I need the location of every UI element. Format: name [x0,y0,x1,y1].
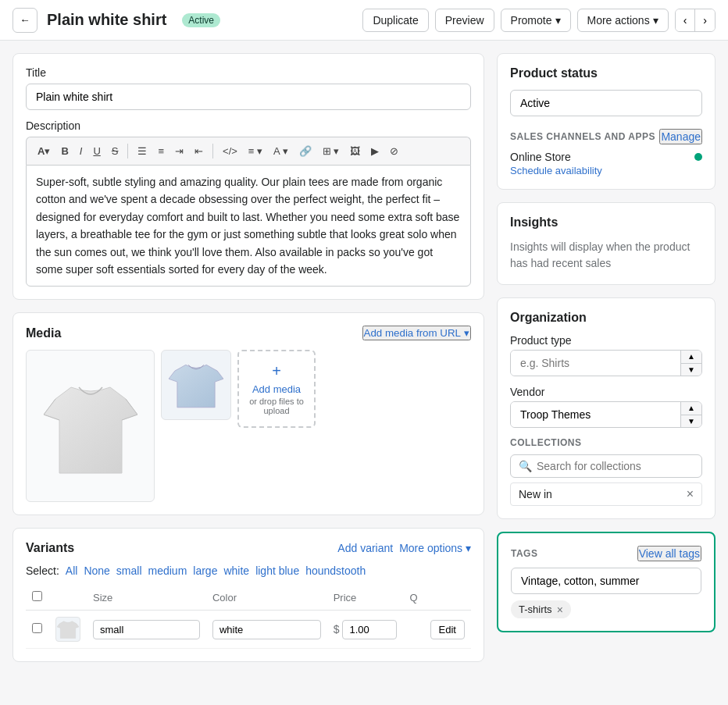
sales-channels-label: SALES CHANNELS AND APPS [510,131,655,142]
chevron-down-icon: ▾ [653,14,658,27]
special-button[interactable]: ⊘ [385,142,403,160]
add-media-url-button[interactable]: Add media from URL ▾ [362,326,471,340]
col-color-header: Color [206,585,327,611]
product-status-card: Product status Active Draft Archived SAL… [497,53,716,190]
search-icon: 🔍 [519,460,532,472]
duplicate-button[interactable]: Duplicate [362,9,428,32]
price-input[interactable] [342,620,397,639]
preview-button[interactable]: Preview [435,9,494,32]
promote-button[interactable]: Promote ▾ [501,9,571,32]
image-button[interactable]: 🖼 [345,142,365,160]
bold-button[interactable]: B [56,142,73,160]
video-button[interactable]: ▶ [366,142,384,160]
remove-collection-button[interactable]: × [687,488,694,500]
variants-table: Size Color Price Q [26,585,471,649]
insights-card: Insights Insights will display when the … [497,202,716,285]
schedule-link[interactable]: Schedule availability [510,165,702,176]
collection-tag: New in × [510,482,702,506]
status-badge: Active [182,13,220,27]
media-grid: + Add media or drop files to upload [26,350,471,502]
title-input[interactable] [26,84,471,110]
more-actions-button[interactable]: More actions ▾ [577,9,669,32]
organization-title: Organization [510,311,702,325]
variants-header: Variants Add variant More options ▾ [26,541,471,555]
page-title: Plain white shirt [47,11,166,29]
filter-medium[interactable]: medium [148,564,187,577]
vendor-field: Vendor ▲ ▼ [510,386,702,428]
collection-tag-label: New in [519,488,552,500]
plus-icon: + [272,362,281,380]
color-button[interactable]: A ▾ [269,142,293,160]
color-input[interactable] [212,620,321,639]
product-type-field: Product type ▲ ▼ [510,334,702,376]
description-editor[interactable]: Super-soft, subtle styling and amazing q… [26,165,471,287]
title-description-card: Title Description A ▾ B I U S ☰ ≡ ⇥ ⇤ </… [12,53,484,300]
nav-prev-button[interactable]: ‹ [676,9,695,31]
outdent-button[interactable]: ⇤ [190,142,208,160]
sales-channels-header: SALES CHANNELS AND APPS Manage [510,129,702,144]
vendor-input[interactable] [511,402,680,427]
edit-variant-button[interactable]: Edit [430,620,465,639]
variants-actions: Add variant More options ▾ [337,542,471,554]
stepper-up[interactable]: ▲ [681,402,701,415]
tag-chip: T-shirts × [511,600,571,618]
stepper-down[interactable]: ▼ [681,415,701,428]
title-label: Title [26,66,471,79]
vendor-wrapper: ▲ ▼ [510,401,702,428]
filter-large[interactable]: large [193,564,217,577]
editor-toolbar: A ▾ B I U S ☰ ≡ ⇥ ⇤ </> ≡ ▾ A ▾ 🔗 ⊞ ▾ 🖼 … [26,137,471,165]
filter-all[interactable]: All [66,564,78,577]
description-label: Description [26,119,471,132]
indent-button[interactable]: ⇥ [170,142,188,160]
filter-houndstooth[interactable]: houndstooth [305,564,366,577]
table-button[interactable]: ⊞ ▾ [318,142,344,160]
add-media-button[interactable]: + Add media or drop files to upload [237,350,316,428]
more-options-button[interactable]: More options ▾ [399,542,471,554]
view-all-tags-button[interactable]: View all tags [637,546,701,561]
insights-title: Insights [510,215,702,230]
filter-white[interactable]: white [223,564,249,577]
nav-next-button[interactable]: › [694,9,715,31]
chevron-down-icon: ▾ [466,542,471,554]
font-button[interactable]: A ▾ [33,142,55,160]
select-all-checkbox[interactable] [32,591,42,601]
manage-button[interactable]: Manage [659,129,702,144]
tag-chip-label: T-shirts [519,604,552,615]
strikethrough-button[interactable]: S [107,142,123,160]
remove-tag-button[interactable]: × [557,604,563,615]
stepper-up[interactable]: ▲ [681,351,701,364]
col-qty-header: Q [403,585,423,611]
filter-light-blue[interactable]: light blue [255,564,299,577]
size-input[interactable] [93,620,200,639]
add-variant-button[interactable]: Add variant [337,542,393,554]
underline-button[interactable]: U [88,142,105,160]
tags-input[interactable] [511,568,701,594]
bullet-list-button[interactable]: ☰ [133,142,152,160]
stepper-down[interactable]: ▼ [681,364,701,376]
align-button[interactable]: ≡ ▾ [244,142,267,160]
shirt-image-sm [169,358,223,412]
product-status-title: Product status [510,66,702,80]
row-select-checkbox[interactable] [32,623,42,633]
filter-none[interactable]: None [84,564,109,577]
product-type-label: Product type [510,334,702,347]
active-indicator [694,153,702,161]
collections-search-input[interactable] [537,460,694,472]
status-select[interactable]: Active Draft Archived [510,90,702,116]
product-type-input[interactable] [511,351,680,376]
media-item-main[interactable] [26,350,155,502]
filter-small[interactable]: small [116,564,142,577]
code-button[interactable]: </> [218,142,242,160]
select-label: Select: [26,564,59,577]
media-item-secondary[interactable] [161,350,231,420]
italic-button[interactable]: I [75,142,87,160]
chevron-down-icon: ▾ [555,14,561,27]
variants-title: Variants [26,541,74,555]
col-checkbox [26,585,49,611]
ordered-list-button[interactable]: ≡ [153,142,169,160]
col-size-header: Size [87,585,206,611]
col-price-header: Price [327,585,404,611]
back-button[interactable]: ← [12,8,37,33]
online-store-row: Online Store [510,151,702,163]
link-button[interactable]: 🔗 [294,142,316,160]
